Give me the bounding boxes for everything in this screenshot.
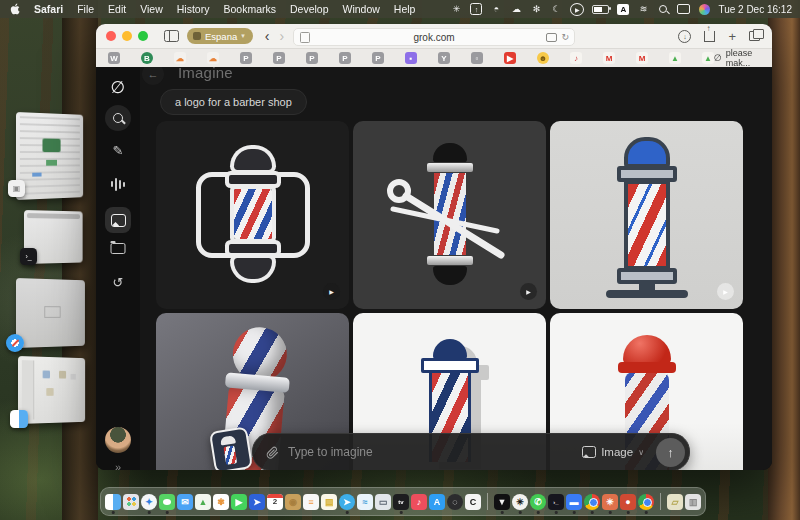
stage-thumbnail-dev-tool[interactable]: [16, 112, 83, 200]
menu-item-history[interactable]: History: [177, 3, 210, 15]
favicon-w-site[interactable]: W: [108, 52, 120, 64]
avatar[interactable]: [105, 427, 131, 453]
back-circle-button[interactable]: ←: [142, 67, 164, 85]
play-button[interactable]: ▶: [323, 283, 340, 300]
share-icon[interactable]: [704, 31, 715, 42]
dock-app-capcut[interactable]: C: [465, 494, 481, 510]
menu-item-app[interactable]: Safari: [34, 3, 63, 15]
favicon-p-site-1[interactable]: P: [240, 52, 252, 64]
favicon-drive-1[interactable]: ▲: [669, 52, 681, 64]
menu-item-bookmarks[interactable]: Bookmarks: [223, 3, 276, 15]
favicon-purple-site[interactable]: ▪: [405, 52, 417, 64]
favicon-y-site[interactable]: Y: [438, 52, 450, 64]
dock-app-telegram[interactable]: ➤: [339, 494, 355, 510]
dock-app-downloads-folder[interactable]: ▱: [667, 494, 683, 510]
siri-icon[interactable]: [698, 3, 710, 15]
menu-item-file[interactable]: File: [77, 3, 94, 15]
finder-icon[interactable]: [10, 410, 28, 428]
menu-item-edit[interactable]: Edit: [108, 3, 126, 15]
menu-item-help[interactable]: Help: [394, 3, 416, 15]
safari-compass-icon[interactable]: [6, 334, 24, 352]
grok-logo-icon[interactable]: ∅: [111, 77, 126, 98]
attachment-thumbnail[interactable]: [209, 426, 253, 470]
dock-app-maps[interactable]: ▲: [195, 494, 211, 510]
back-button[interactable]: ‹: [265, 29, 270, 43]
input-a-icon[interactable]: A: [617, 3, 629, 15]
stage-thumbnail-finder[interactable]: [18, 356, 85, 424]
favicon-cloud-site-2[interactable]: ☁: [207, 52, 219, 64]
sidebar-toggle-icon[interactable]: [164, 30, 179, 42]
favicon-music-site[interactable]: ♪: [570, 52, 582, 64]
play-button[interactable]: ▶: [520, 283, 537, 300]
tab-group-button[interactable]: Espana ▾: [187, 28, 253, 44]
favicon-p-site-4[interactable]: P: [339, 52, 351, 64]
stage-thumbnail-safari[interactable]: [16, 278, 85, 348]
dock-app-paper-plane-mail[interactable]: ➤: [249, 494, 265, 510]
favicon-gmail-2[interactable]: M: [636, 52, 648, 64]
attach-icon[interactable]: [266, 446, 279, 459]
favicon-p-site-5[interactable]: P: [372, 52, 384, 64]
dock-app-claude[interactable]: ✳: [602, 494, 618, 510]
favicon-p-site-2[interactable]: P: [273, 52, 285, 64]
dock-app-notes[interactable]: ▤: [321, 494, 337, 510]
display-icon[interactable]: [677, 3, 690, 15]
dock-app-chatgpt[interactable]: ✳: [512, 494, 528, 510]
menu-item-window[interactable]: Window: [343, 3, 380, 15]
address-bar[interactable]: grok.com ↻: [293, 28, 575, 46]
zoom-button[interactable]: [138, 31, 148, 41]
burst-icon[interactable]: ✳: [450, 3, 462, 15]
apple-menu-icon[interactable]: [10, 3, 20, 15]
menu-item-view[interactable]: View: [140, 3, 163, 15]
dock-app-chrome[interactable]: [584, 494, 600, 510]
dock-app-waves-app[interactable]: ≈: [357, 494, 373, 510]
dock-app-app-store[interactable]: A: [429, 494, 445, 510]
favicon-b-green-site[interactable]: B: [141, 52, 153, 64]
cloud-icon[interactable]: ☁: [510, 3, 522, 15]
dock-app-finder[interactable]: [105, 494, 121, 510]
play-icon[interactable]: ▶: [570, 3, 584, 16]
favicon-gray-site[interactable]: ▫: [471, 52, 483, 64]
dock-app-safari[interactable]: ✦: [141, 494, 157, 510]
tab-overview-icon[interactable]: [749, 31, 760, 41]
dock-app-messages[interactable]: [159, 494, 175, 510]
dock-app-mail[interactable]: ✉: [177, 494, 193, 510]
generated-image-tile-3[interactable]: ▶: [550, 121, 743, 309]
dock-app-trash[interactable]: ▥: [685, 494, 701, 510]
menu-item-develop[interactable]: Develop: [290, 3, 329, 15]
gear-icon[interactable]: ✻: [530, 3, 542, 15]
terminal-icon[interactable]: ›_: [20, 248, 37, 265]
favicon-gmail-1[interactable]: M: [603, 52, 615, 64]
dock-app-terminal-app[interactable]: ›_: [548, 494, 564, 510]
dock-app-calendar[interactable]: 2: [267, 494, 283, 510]
battery-icon[interactable]: [592, 3, 609, 15]
shield-icon[interactable]: ◓: [490, 3, 502, 15]
dock-app-grok[interactable]: ▼: [494, 494, 510, 510]
close-button[interactable]: [106, 31, 116, 41]
mode-selector[interactable]: Image ∨: [582, 446, 644, 458]
bookmark-item[interactable]: ∅ please mak...: [714, 48, 764, 68]
prompt-chip[interactable]: a logo for a barber shop: [160, 89, 307, 115]
voice-waveform-icon[interactable]: [111, 177, 125, 191]
generated-image-tile-2[interactable]: ▶: [353, 121, 546, 309]
imagine-input[interactable]: Type to imagine: [288, 445, 373, 459]
dock-app-music[interactable]: ♪: [411, 494, 427, 510]
dock-app-reminders[interactable]: ≡: [303, 494, 319, 510]
dock-app-apple-tv[interactable]: tv: [393, 494, 409, 510]
generated-image-tile-1[interactable]: ▶: [156, 121, 349, 309]
expand-sidebar-icon[interactable]: »: [115, 461, 121, 470]
moon-icon[interactable]: ☾: [550, 3, 562, 15]
menu-bar-clock[interactable]: Tue 2 Dec 16:12: [718, 4, 792, 15]
wifi-icon[interactable]: ≋: [637, 3, 649, 15]
dock-app-photos[interactable]: ✾: [213, 494, 229, 510]
box-up-icon[interactable]: ↑: [470, 3, 482, 15]
dock-app-red-orb-app[interactable]: ●: [620, 494, 636, 510]
favicon-youtube[interactable]: ▶: [504, 52, 516, 64]
play-button[interactable]: ▶: [717, 283, 734, 300]
dock-app-gold-app[interactable]: ◉: [285, 494, 301, 510]
compose-icon[interactable]: ✎: [113, 143, 124, 158]
dock-app-spiral-app[interactable]: ◌: [447, 494, 463, 510]
imagine-composer[interactable]: Type to imagine Image ∨ ↑: [252, 433, 690, 470]
downloads-icon[interactable]: ↓: [678, 30, 691, 43]
dock-app-whatsapp[interactable]: ✆: [530, 494, 546, 510]
files-icon[interactable]: [111, 243, 126, 254]
